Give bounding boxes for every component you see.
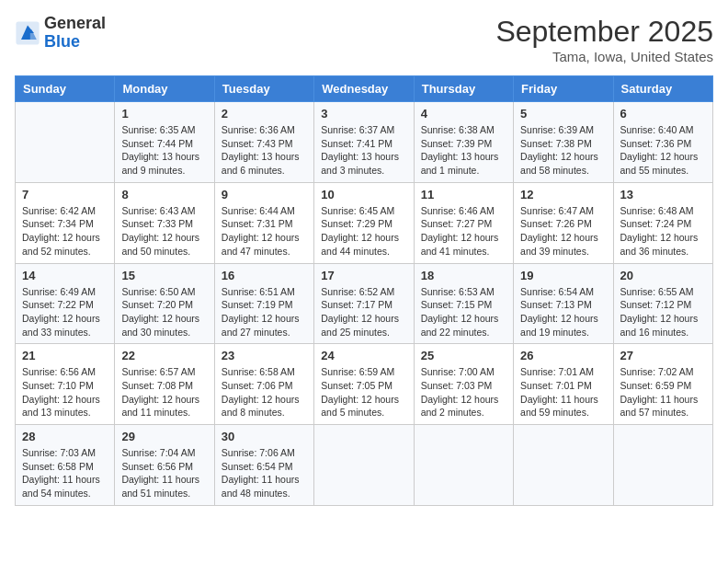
day-number: 13	[620, 188, 706, 201]
day-number: 10	[321, 188, 406, 201]
calendar-cell: 1Sunrise: 6:35 AM Sunset: 7:44 PM Daylig…	[115, 102, 214, 183]
day-info: Sunrise: 7:04 AM Sunset: 6:56 PM Dayligh…	[121, 446, 207, 500]
day-info: Sunrise: 6:57 AM Sunset: 7:08 PM Dayligh…	[121, 365, 207, 419]
calendar-cell: 19Sunrise: 6:54 AM Sunset: 7:13 PM Dayli…	[514, 263, 613, 344]
calendar-cell: 25Sunrise: 7:00 AM Sunset: 7:03 PM Dayli…	[414, 344, 513, 425]
day-number: 9	[222, 188, 307, 201]
day-number: 23	[222, 349, 307, 362]
calendar-cell: 23Sunrise: 6:58 AM Sunset: 7:06 PM Dayli…	[214, 344, 313, 425]
day-info: Sunrise: 6:58 AM Sunset: 7:06 PM Dayligh…	[222, 365, 307, 419]
logo-text: General Blue	[44, 15, 106, 52]
day-info: Sunrise: 6:51 AM Sunset: 7:19 PM Dayligh…	[222, 285, 307, 339]
day-number: 26	[520, 349, 606, 362]
weekday-header: Monday	[115, 76, 214, 102]
calendar-cell: 7Sunrise: 6:42 AM Sunset: 7:34 PM Daylig…	[16, 182, 115, 263]
calendar-cell: 10Sunrise: 6:45 AM Sunset: 7:29 PM Dayli…	[314, 182, 414, 263]
calendar-cell: 17Sunrise: 6:52 AM Sunset: 7:17 PM Dayli…	[314, 263, 414, 344]
calendar-cell: 12Sunrise: 6:47 AM Sunset: 7:26 PM Dayli…	[514, 182, 613, 263]
day-number: 4	[421, 107, 506, 121]
weekday-header: Thursday	[414, 76, 513, 102]
day-info: Sunrise: 6:45 AM Sunset: 7:29 PM Dayligh…	[321, 204, 406, 259]
day-info: Sunrise: 6:50 AM Sunset: 7:20 PM Dayligh…	[121, 285, 207, 339]
day-number: 14	[22, 269, 108, 282]
day-info: Sunrise: 7:01 AM Sunset: 7:01 PM Dayligh…	[520, 365, 606, 419]
calendar-cell	[314, 425, 414, 506]
calendar-cell: 11Sunrise: 6:46 AM Sunset: 7:27 PM Dayli…	[414, 182, 513, 263]
day-number: 17	[321, 269, 406, 282]
day-number: 24	[321, 349, 406, 362]
calendar-cell: 22Sunrise: 6:57 AM Sunset: 7:08 PM Dayli…	[115, 344, 214, 425]
location: Tama, Iowa, United States	[495, 49, 713, 64]
day-number: 11	[421, 188, 506, 201]
calendar-header-row: SundayMondayTuesdayWednesdayThursdayFrid…	[16, 76, 713, 102]
day-info: Sunrise: 6:36 AM Sunset: 7:43 PM Dayligh…	[222, 123, 307, 178]
day-number: 16	[222, 269, 307, 282]
logo-blue: Blue	[44, 32, 80, 51]
calendar-week-row: 1Sunrise: 6:35 AM Sunset: 7:44 PM Daylig…	[16, 102, 713, 183]
calendar-cell: 26Sunrise: 7:01 AM Sunset: 7:01 PM Dayli…	[514, 344, 613, 425]
day-number: 6	[620, 107, 706, 121]
day-info: Sunrise: 6:38 AM Sunset: 7:39 PM Dayligh…	[421, 123, 506, 178]
calendar-table: SundayMondayTuesdayWednesdayThursdayFrid…	[15, 75, 713, 506]
day-number: 5	[520, 107, 606, 121]
weekday-header: Friday	[514, 76, 613, 102]
calendar-cell: 30Sunrise: 7:06 AM Sunset: 6:54 PM Dayli…	[214, 425, 313, 506]
day-number: 12	[520, 188, 606, 201]
day-number: 20	[620, 269, 706, 282]
day-info: Sunrise: 6:47 AM Sunset: 7:26 PM Dayligh…	[520, 204, 606, 259]
calendar-week-row: 7Sunrise: 6:42 AM Sunset: 7:34 PM Daylig…	[16, 182, 713, 263]
calendar-cell: 9Sunrise: 6:44 AM Sunset: 7:31 PM Daylig…	[214, 182, 313, 263]
day-info: Sunrise: 6:40 AM Sunset: 7:36 PM Dayligh…	[620, 123, 706, 178]
logo-icon	[15, 20, 40, 46]
day-number: 7	[22, 188, 108, 201]
day-info: Sunrise: 7:00 AM Sunset: 7:03 PM Dayligh…	[421, 365, 506, 419]
day-number: 27	[620, 349, 706, 362]
day-info: Sunrise: 6:35 AM Sunset: 7:44 PM Dayligh…	[121, 123, 207, 178]
day-info: Sunrise: 7:06 AM Sunset: 6:54 PM Dayligh…	[222, 446, 307, 500]
day-number: 8	[121, 188, 207, 201]
calendar-cell: 24Sunrise: 6:59 AM Sunset: 7:05 PM Dayli…	[314, 344, 414, 425]
calendar-week-row: 21Sunrise: 6:56 AM Sunset: 7:10 PM Dayli…	[16, 344, 713, 425]
day-number: 15	[121, 269, 207, 282]
day-info: Sunrise: 6:37 AM Sunset: 7:41 PM Dayligh…	[321, 123, 406, 178]
day-info: Sunrise: 6:52 AM Sunset: 7:17 PM Dayligh…	[321, 285, 406, 339]
day-info: Sunrise: 6:48 AM Sunset: 7:24 PM Dayligh…	[620, 204, 706, 259]
title-block: September 2025 Tama, Iowa, United States	[495, 15, 713, 64]
calendar-cell: 2Sunrise: 6:36 AM Sunset: 7:43 PM Daylig…	[214, 102, 313, 183]
day-number: 30	[222, 430, 307, 443]
calendar-week-row: 14Sunrise: 6:49 AM Sunset: 7:22 PM Dayli…	[16, 263, 713, 344]
day-number: 3	[321, 107, 406, 121]
calendar-cell: 15Sunrise: 6:50 AM Sunset: 7:20 PM Dayli…	[115, 263, 214, 344]
calendar-cell	[414, 425, 513, 506]
day-number: 18	[421, 269, 506, 282]
day-info: Sunrise: 6:55 AM Sunset: 7:12 PM Dayligh…	[620, 285, 706, 339]
page-header: General Blue September 2025 Tama, Iowa, …	[15, 15, 713, 64]
day-info: Sunrise: 7:02 AM Sunset: 6:59 PM Dayligh…	[620, 365, 706, 419]
calendar-cell: 14Sunrise: 6:49 AM Sunset: 7:22 PM Dayli…	[16, 263, 115, 344]
calendar-cell: 13Sunrise: 6:48 AM Sunset: 7:24 PM Dayli…	[613, 182, 712, 263]
calendar-cell: 3Sunrise: 6:37 AM Sunset: 7:41 PM Daylig…	[314, 102, 414, 183]
calendar-cell: 5Sunrise: 6:39 AM Sunset: 7:38 PM Daylig…	[514, 102, 613, 183]
day-info: Sunrise: 6:42 AM Sunset: 7:34 PM Dayligh…	[22, 204, 108, 259]
day-info: Sunrise: 6:56 AM Sunset: 7:10 PM Dayligh…	[22, 365, 108, 419]
day-number: 2	[222, 107, 307, 121]
day-info: Sunrise: 6:59 AM Sunset: 7:05 PM Dayligh…	[321, 365, 406, 419]
day-info: Sunrise: 6:54 AM Sunset: 7:13 PM Dayligh…	[520, 285, 606, 339]
day-number: 22	[121, 349, 207, 362]
day-info: Sunrise: 7:03 AM Sunset: 6:58 PM Dayligh…	[22, 446, 108, 500]
calendar-cell: 21Sunrise: 6:56 AM Sunset: 7:10 PM Dayli…	[16, 344, 115, 425]
calendar-cell: 4Sunrise: 6:38 AM Sunset: 7:39 PM Daylig…	[414, 102, 513, 183]
day-number: 29	[121, 430, 207, 443]
logo: General Blue	[15, 15, 106, 52]
day-info: Sunrise: 6:46 AM Sunset: 7:27 PM Dayligh…	[421, 204, 506, 259]
calendar-cell: 18Sunrise: 6:53 AM Sunset: 7:15 PM Dayli…	[414, 263, 513, 344]
calendar-cell: 6Sunrise: 6:40 AM Sunset: 7:36 PM Daylig…	[613, 102, 712, 183]
day-number: 1	[121, 107, 207, 121]
weekday-header: Wednesday	[314, 76, 414, 102]
day-number: 21	[22, 349, 108, 362]
calendar-cell: 8Sunrise: 6:43 AM Sunset: 7:33 PM Daylig…	[115, 182, 214, 263]
day-info: Sunrise: 6:53 AM Sunset: 7:15 PM Dayligh…	[421, 285, 506, 339]
weekday-header: Tuesday	[214, 76, 313, 102]
logo-general: General	[44, 14, 106, 32]
day-number: 25	[421, 349, 506, 362]
